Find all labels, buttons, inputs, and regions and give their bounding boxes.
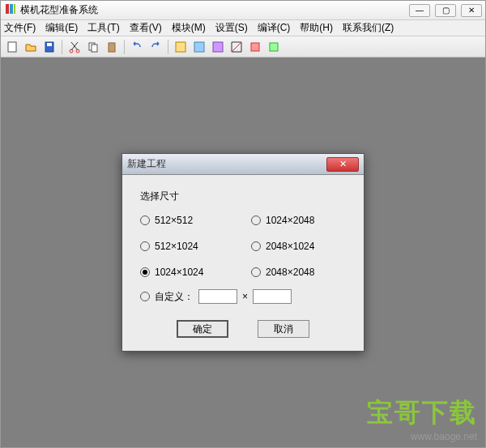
- svg-rect-13: [194, 42, 204, 52]
- radio-icon: [140, 215, 150, 225]
- size-option-2048x2048[interactable]: 2048×2048: [251, 267, 346, 278]
- custom-label: 自定义：: [155, 290, 194, 304]
- dialog-body: 选择尺寸 512×512 1024×2048 512×1024 2048×102…: [122, 175, 364, 351]
- undo-icon[interactable]: [129, 39, 145, 55]
- window-title: 横机花型准备系统: [20, 3, 406, 17]
- svg-rect-14: [213, 42, 223, 52]
- tool-e-icon[interactable]: [247, 39, 263, 55]
- radio-icon: [140, 241, 150, 251]
- tool-a-icon[interactable]: [173, 39, 189, 55]
- size-options: 512×512 1024×2048 512×1024 2048×1024 102…: [140, 215, 346, 278]
- close-button[interactable]: ✕: [461, 4, 482, 17]
- size-option-512x1024[interactable]: 512×1024: [140, 241, 235, 252]
- separator: [62, 40, 62, 54]
- menu-file[interactable]: 文件(F): [4, 21, 36, 35]
- titlebar: 横机花型准备系统 — ▢ ✕: [1, 1, 485, 20]
- custom-sep: ×: [242, 291, 248, 302]
- svg-rect-16: [270, 43, 278, 51]
- svg-rect-0: [6, 4, 9, 14]
- custom-height-input[interactable]: [253, 289, 292, 304]
- dialog-title: 新建工程: [127, 157, 326, 171]
- menu-view[interactable]: 查看(V): [130, 21, 162, 35]
- ok-button[interactable]: 确定: [177, 320, 228, 338]
- copy-icon[interactable]: [85, 39, 101, 55]
- option-label: 512×1024: [155, 241, 198, 252]
- toolbar: [1, 36, 485, 58]
- paste-icon[interactable]: [104, 39, 120, 55]
- radio-icon: [140, 267, 150, 277]
- svg-rect-3: [8, 42, 16, 52]
- new-icon[interactable]: [4, 39, 20, 55]
- size-option-512x512[interactable]: 512×512: [140, 215, 235, 226]
- cut-icon[interactable]: [66, 39, 83, 55]
- cancel-button[interactable]: 取消: [258, 320, 309, 338]
- dialog-close-button[interactable]: ✕: [326, 157, 359, 172]
- option-label: 2048×1024: [266, 241, 314, 252]
- menu-settings[interactable]: 设置(S): [215, 21, 248, 35]
- app-icon: [4, 2, 17, 18]
- menu-module[interactable]: 模块(M): [172, 21, 206, 35]
- menu-contact[interactable]: 联系我们(Z): [343, 21, 394, 35]
- minimize-button[interactable]: —: [409, 4, 430, 17]
- svg-rect-1: [10, 4, 13, 14]
- redo-icon[interactable]: [147, 39, 164, 55]
- option-label: 512×512: [155, 215, 193, 226]
- radio-icon[interactable]: [140, 292, 150, 301]
- dialog-titlebar: 新建工程 ✕: [122, 154, 364, 175]
- workspace: 新建工程 ✕ 选择尺寸 512×512 1024×2048 512×1024 2…: [1, 58, 485, 447]
- open-icon[interactable]: [23, 39, 39, 55]
- window-buttons: — ▢ ✕: [409, 4, 482, 17]
- tool-b-icon[interactable]: [191, 39, 207, 55]
- svg-rect-9: [92, 45, 97, 52]
- main-window: 横机花型准备系统 — ▢ ✕ 文件(F) 编辑(E) 工具(T) 查看(V) 模…: [0, 0, 486, 448]
- tool-f-icon[interactable]: [266, 39, 282, 55]
- option-label: 1024×2048: [266, 215, 314, 226]
- watermark: 宝哥下载 www.baoge.net: [367, 395, 477, 442]
- radio-icon: [251, 215, 261, 225]
- menubar: 文件(F) 编辑(E) 工具(T) 查看(V) 模块(M) 设置(S) 编译(C…: [1, 20, 485, 36]
- menu-edit[interactable]: 编辑(E): [45, 21, 78, 35]
- svg-rect-12: [176, 42, 185, 52]
- radio-icon: [251, 241, 261, 251]
- svg-rect-5: [47, 43, 52, 46]
- size-option-1024x2048[interactable]: 1024×2048: [251, 215, 346, 226]
- new-project-dialog: 新建工程 ✕ 选择尺寸 512×512 1024×2048 512×1024 2…: [122, 153, 364, 352]
- maximize-button[interactable]: ▢: [435, 4, 456, 17]
- svg-rect-15: [251, 43, 259, 51]
- tool-d-icon[interactable]: [228, 39, 245, 55]
- svg-rect-2: [14, 4, 15, 14]
- size-option-2048x1024[interactable]: 2048×1024: [251, 241, 346, 252]
- size-group-label: 选择尺寸: [140, 190, 346, 203]
- tool-c-icon[interactable]: [210, 39, 226, 55]
- separator: [168, 40, 168, 54]
- menu-help[interactable]: 帮助(H): [300, 21, 333, 35]
- menu-compile[interactable]: 编译(C): [258, 21, 291, 35]
- save-icon[interactable]: [41, 39, 58, 55]
- radio-icon: [251, 267, 261, 277]
- size-option-1024x1024[interactable]: 1024×1024: [140, 267, 235, 278]
- option-label: 1024×1024: [155, 267, 203, 278]
- option-label: 2048×2048: [266, 267, 314, 278]
- custom-width-input[interactable]: [198, 289, 237, 304]
- menu-tool[interactable]: 工具(T): [87, 21, 119, 35]
- watermark-text: 宝哥下载: [367, 395, 477, 431]
- dialog-buttons: 确定 取消: [140, 320, 346, 338]
- custom-size-row: 自定义： ×: [140, 289, 346, 304]
- watermark-url: www.baoge.net: [367, 431, 477, 442]
- svg-rect-11: [110, 42, 113, 45]
- separator: [124, 40, 125, 54]
